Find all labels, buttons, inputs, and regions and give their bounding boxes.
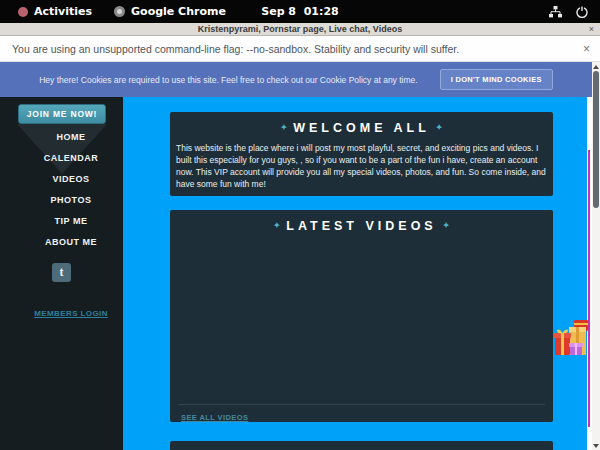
- welcome-panel: ✦WELCOME ALL✦ This website is the place …: [170, 112, 553, 196]
- members-login-link[interactable]: MEMBERS LOGIN: [0, 309, 123, 318]
- latest-videos-title-text: LATEST VIDEOS: [286, 219, 436, 233]
- page-edge-magenta-stripe: [588, 150, 590, 427]
- sidebar-item-videos[interactable]: VIDEOS: [19, 169, 123, 190]
- network-icon[interactable]: [549, 6, 562, 18]
- sidebar-item-home[interactable]: HOME: [19, 127, 123, 148]
- sidebar-item-photos[interactable]: PHOTOS: [19, 190, 123, 211]
- infobar-close-icon[interactable]: ×: [583, 42, 590, 56]
- sidebar-nav: HOME CALENDAR VIDEOS PHOTOS TIP ME ABOUT…: [0, 127, 123, 253]
- window-title: Kristenpyrami, Pornstar page, Live chat,…: [198, 24, 402, 34]
- diamond-bullet-icon: ✦: [275, 123, 294, 132]
- tumblr-icon[interactable]: t: [52, 263, 71, 282]
- gnome-top-bar: Activities Google Chrome Sep 8 01:28: [0, 0, 600, 23]
- diamond-bullet-icon: ✦: [268, 221, 287, 230]
- window-titlebar: Kristenpyrami, Pornstar page, Live chat,…: [0, 23, 600, 36]
- join-me-now-button[interactable]: JOIN ME NOW!: [18, 104, 106, 124]
- gift-boxes-image: [554, 320, 592, 362]
- welcome-title-text: WELCOME ALL: [293, 121, 430, 135]
- cookie-message: Hey there! Cookies are required to use t…: [39, 75, 417, 85]
- see-all-videos-link[interactable]: SEE ALL VIDEOS: [170, 405, 248, 422]
- activities-indicator-icon: [18, 7, 28, 17]
- main-area: ✦WELCOME ALL✦ This website is the place …: [123, 97, 587, 450]
- focused-app-menu[interactable]: Google Chrome: [106, 0, 234, 23]
- sidebar-item-calendar[interactable]: CALENDAR: [19, 148, 123, 169]
- diamond-bullet-icon: ✦: [437, 221, 456, 230]
- page-scrollbar[interactable]: [592, 62, 600, 450]
- cookie-banner: Hey there! Cookies are required to use t…: [0, 62, 592, 97]
- latest-videos-panel: ✦LATEST VIDEOS✦ SEE ALL VIDEOS: [170, 210, 553, 422]
- chrome-icon: [114, 6, 125, 17]
- sidebar-item-tip-me[interactable]: TIP ME: [19, 211, 123, 232]
- window-close-icon[interactable]: ×: [589, 23, 594, 36]
- welcome-body-text: This website is the place where i will p…: [170, 135, 553, 190]
- infobar-message: You are using an unsupported command-lin…: [0, 43, 459, 55]
- activities-label: Activities: [34, 5, 92, 18]
- scrollbar-thumb[interactable]: [593, 71, 599, 208]
- sidebar: JOIN ME NOW! HOME CALENDAR VIDEOS PHOTOS…: [0, 97, 123, 450]
- scroll-down-icon[interactable]: [592, 441, 600, 450]
- next-section-panel: [170, 441, 553, 450]
- activities-button[interactable]: Activities: [10, 0, 100, 23]
- latest-videos-title: ✦LATEST VIDEOS✦: [170, 210, 553, 233]
- chrome-infobar: You are using an unsupported command-lin…: [0, 36, 600, 62]
- site-content: JOIN ME NOW! HOME CALENDAR VIDEOS PHOTOS…: [0, 97, 592, 450]
- welcome-title: ✦WELCOME ALL✦: [170, 112, 553, 135]
- sidebar-item-about-me[interactable]: ABOUT ME: [19, 232, 123, 253]
- cookie-accept-button[interactable]: I DON'T MIND COOKIES: [440, 69, 553, 90]
- latest-videos-empty-area: [170, 233, 553, 404]
- scroll-up-icon[interactable]: [592, 62, 600, 71]
- screen: Activities Google Chrome Sep 8 01:28: [0, 0, 600, 450]
- app-name-label: Google Chrome: [131, 5, 226, 18]
- page-viewport: Hey there! Cookies are required to use t…: [0, 62, 600, 450]
- power-icon[interactable]: [576, 6, 588, 18]
- diamond-bullet-icon: ✦: [430, 123, 449, 132]
